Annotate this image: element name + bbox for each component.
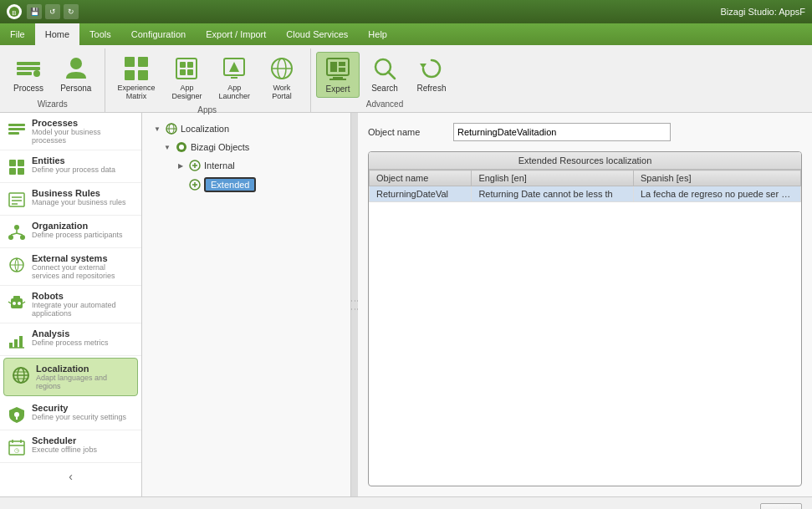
ribbon-btn-search[interactable]: Search: [363, 52, 406, 96]
svg-rect-36: [18, 168, 24, 175]
sidebar-item-entities[interactable]: Entities Define your process data: [0, 150, 141, 183]
menu-home[interactable]: Home: [35, 23, 79, 45]
menu-configuration[interactable]: Configuration: [121, 23, 196, 45]
undo-icon[interactable]: ↺: [45, 4, 60, 19]
table-row[interactable]: ReturningDateVal Returning Date cannot b…: [370, 186, 801, 202]
work-portal-label: WorkPortal: [272, 84, 292, 100]
ribbon-btn-persona[interactable]: Persona: [54, 52, 98, 96]
svg-rect-15: [187, 69, 193, 75]
title-bar: B 💾 ↺ ↻ Bizagi Studio: AppsF: [0, 0, 812, 23]
organization-icon: [7, 222, 27, 242]
sidebar-item-robots[interactable]: Robots Integrate your automated applicat…: [0, 286, 141, 323]
processes-icon: [7, 120, 27, 140]
refresh-ribbon-icon: [418, 55, 445, 82]
svg-rect-31: [8, 128, 25, 130]
sidebar-item-organization[interactable]: Organization Define process participants: [0, 216, 141, 248]
svg-rect-21: [327, 59, 349, 75]
col-header-spanish: Spanish [es]: [633, 171, 800, 186]
ribbon-group-wizards: Process Persona Wizards: [3, 48, 105, 112]
scheduler-icon: ◷: [7, 437, 27, 457]
save-icon[interactable]: 💾: [27, 4, 42, 19]
processes-text: Processes Model your business processes: [32, 118, 135, 145]
ribbon-btn-experience-matrix[interactable]: ExperienceMatrix: [110, 52, 161, 104]
sidebar-item-security[interactable]: Security Define your security settings: [0, 398, 141, 430]
sidebar-item-external-systems[interactable]: External systems Connect your external s…: [0, 248, 141, 286]
sidebar-item-analysis[interactable]: Analysis Define process metrics: [0, 323, 141, 356]
ribbon-btn-app-launcher[interactable]: AppLauncher: [212, 52, 257, 104]
search-label: Search: [371, 84, 398, 93]
col-header-english: English [en]: [472, 171, 634, 186]
app-title: Bizagi Studio: AppsF: [720, 7, 805, 17]
sidebar-collapse-btn[interactable]: ‹: [0, 463, 141, 490]
analysis-icon: [7, 330, 27, 350]
svg-point-64: [14, 412, 19, 417]
menu-help[interactable]: Help: [358, 23, 397, 45]
sidebar-item-processes[interactable]: Processes Model your business processes: [0, 113, 141, 150]
title-bar-quick-access: 💾 ↺ ↻: [27, 4, 79, 19]
redo-icon[interactable]: ↻: [64, 4, 79, 19]
object-name-input[interactable]: [453, 123, 671, 141]
ribbon-apps-items: ExperienceMatrix AppDesigner: [110, 48, 304, 104]
business-rules-icon: [7, 190, 27, 210]
svg-rect-32: [8, 132, 19, 135]
sidebar-item-business-rules[interactable]: Business Rules Manage your business rule…: [0, 183, 141, 216]
object-name-row: Object name: [368, 123, 802, 141]
app-designer-label: AppDesigner: [171, 84, 202, 100]
advanced-group-label: Advanced: [316, 98, 453, 112]
svg-rect-22: [330, 62, 337, 72]
svg-rect-9: [125, 70, 135, 80]
ribbon-btn-process[interactable]: Process: [7, 52, 50, 96]
svg-point-43: [20, 235, 25, 240]
extended-table-container: Extended Resources localization Object n…: [368, 151, 802, 486]
svg-rect-35: [9, 168, 16, 175]
svg-rect-26: [329, 79, 346, 80]
ribbon-btn-work-portal[interactable]: WorkPortal: [260, 52, 304, 104]
localization-icon: [11, 365, 31, 385]
sidebar: Processes Model your business processes …: [0, 113, 142, 496]
svg-point-51: [13, 302, 16, 305]
entities-icon: [7, 157, 27, 177]
expert-label: Expert: [326, 84, 350, 94]
svg-rect-2: [17, 62, 40, 65]
sidebar-item-scheduler[interactable]: ◷ Scheduler Execute offline jobs: [0, 430, 141, 463]
svg-point-6: [70, 58, 82, 69]
svg-rect-30: [8, 124, 25, 126]
organization-text: Organization Define process participants: [32, 221, 123, 239]
menu-export-import[interactable]: Export / Import: [196, 23, 276, 45]
tree-area: ▼ Localization ▼: [142, 113, 350, 496]
svg-line-53: [8, 302, 11, 303]
svg-rect-13: [187, 62, 193, 68]
robots-icon: [7, 293, 27, 313]
tree-item-localization[interactable]: ▼ Localization: [149, 120, 344, 138]
expert-icon: [324, 56, 351, 83]
experience-matrix-icon: [123, 55, 150, 82]
apps-group-label: Apps: [110, 104, 304, 118]
tree-item-internal[interactable]: ▶ Internal: [149, 156, 344, 175]
ribbon-wizards-items: Process Persona: [7, 48, 98, 98]
svg-text:◷: ◷: [14, 447, 19, 453]
ribbon-btn-expert[interactable]: Expert: [316, 52, 360, 98]
svg-rect-25: [333, 77, 343, 79]
tree-item-bizagi-objects[interactable]: ▼ Bizagi Objects: [149, 138, 344, 156]
app-logo: B: [7, 4, 22, 19]
svg-rect-17: [231, 77, 237, 79]
tree-item-extended[interactable]: Extended: [149, 175, 344, 195]
app-designer-icon: [173, 55, 200, 82]
svg-line-45: [11, 233, 17, 235]
work-portal-icon: [268, 55, 295, 82]
persona-icon: [63, 55, 89, 82]
menu-file[interactable]: File: [0, 23, 35, 45]
menu-tools[interactable]: Tools: [79, 23, 121, 45]
experience-matrix-label: ExperienceMatrix: [117, 84, 155, 100]
tree-label-bizagi-objects: Bizagi Objects: [191, 142, 249, 152]
menu-cloud-services[interactable]: Cloud Services: [276, 23, 358, 45]
add-button[interactable]: Add: [760, 503, 802, 510]
splitter-vertical[interactable]: ⋮⋮: [351, 113, 358, 496]
process-label: Process: [13, 84, 43, 93]
ribbon-btn-app-designer[interactable]: AppDesigner: [165, 52, 208, 104]
ribbon-btn-refresh[interactable]: Refresh: [410, 52, 453, 96]
svg-rect-10: [138, 70, 148, 80]
sidebar-item-localization[interactable]: Localization Adapt languages and regions: [3, 358, 138, 396]
tree-arrow-extended: [176, 180, 186, 190]
svg-rect-11: [176, 59, 197, 79]
